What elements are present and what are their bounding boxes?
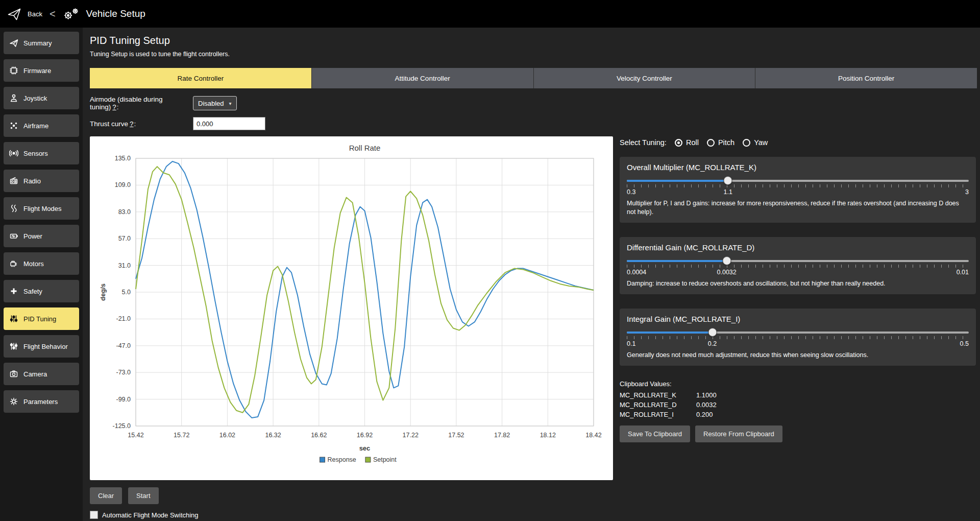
- tuning-radio-pitch[interactable]: Pitch: [707, 138, 734, 147]
- tuning-radio-roll[interactable]: Roll: [675, 138, 699, 147]
- svg-text:Setpoint: Setpoint: [373, 456, 397, 463]
- svg-text:5.0: 5.0: [122, 289, 131, 296]
- slider-track[interactable]: [627, 260, 969, 262]
- slider-tick-marks: [627, 265, 969, 268]
- airmode-dropdown-value: Disabled: [198, 100, 224, 107]
- svg-text:16.02: 16.02: [219, 432, 235, 439]
- slider-track[interactable]: [627, 180, 969, 182]
- checkbox-icon[interactable]: [90, 511, 98, 519]
- radio-icon: [9, 176, 19, 185]
- window-title: Vehicle Setup: [86, 8, 145, 19]
- gain-card-title: Overall Multiplier (MC_ROLLRATE_K): [627, 163, 969, 172]
- save-to-clipboard-button[interactable]: Save To Clipboard: [620, 425, 690, 442]
- gain-card-differential-gain: Differential Gain (MC_ROLLRATE_D) 0.0004…: [620, 237, 976, 294]
- clear-button[interactable]: Clear: [90, 487, 122, 504]
- tab-attitude-controller[interactable]: Attitude Controller: [312, 68, 534, 88]
- slider-handle[interactable]: [708, 328, 717, 337]
- sidebar-item-label: Joystick: [23, 94, 47, 102]
- sidebar-item-parameters[interactable]: Parameters: [4, 390, 79, 413]
- svg-text:15.72: 15.72: [174, 432, 189, 439]
- slider-fill: [627, 260, 727, 262]
- svg-text:57.0: 57.0: [118, 235, 131, 242]
- sidebar-item-motors[interactable]: Motors: [4, 252, 79, 275]
- gain-description: Generally does not need much adjustment,…: [627, 351, 969, 360]
- sidebar-item-summary[interactable]: Summary: [4, 32, 79, 54]
- gain-card-title: Differential Gain (MC_ROLLRATE_D): [627, 243, 969, 252]
- sidebar-item-label: PID Tuning: [23, 315, 56, 323]
- thrust-curve-label: Thrust curve: [90, 120, 128, 128]
- sidebar-item-label: Sensors: [23, 150, 48, 157]
- slider-track[interactable]: [627, 331, 969, 334]
- slider-fill: [627, 180, 728, 182]
- sidebar-item-flight-modes[interactable]: Flight Modes: [4, 197, 79, 220]
- app-logo-paper-plane-icon[interactable]: [7, 7, 21, 21]
- thrust-curve-help-link[interactable]: ?: [130, 120, 134, 128]
- checkbox-label: Automatic Flight Mode Switching: [102, 511, 199, 519]
- slider-value-label: 1.1: [724, 188, 732, 196]
- svg-text:18.12: 18.12: [540, 432, 556, 439]
- integral-gain-slider[interactable]: 0.1 0.2 0.5: [627, 331, 969, 349]
- clipboard-row: MC_ROLLRATE_D0.0032: [620, 401, 976, 409]
- sidebar-item-label: Flight Behavior: [23, 343, 68, 350]
- breadcrumb-chevron-icon: <: [50, 8, 56, 20]
- airmode-dropdown[interactable]: Disabled ▾: [193, 96, 237, 110]
- svg-text:18.42: 18.42: [585, 432, 601, 439]
- sidebar-item-firmware[interactable]: Firmware: [4, 59, 79, 82]
- chip-icon: [9, 66, 19, 75]
- sidebar-item-safety[interactable]: Safety: [4, 280, 79, 302]
- radio-icon: [707, 139, 715, 147]
- slider-max-label: 3: [965, 188, 969, 196]
- restore-from-clipboard-button[interactable]: Restore From Clipboard: [695, 425, 782, 442]
- slider-handle[interactable]: [724, 176, 732, 185]
- sidebar-item-flight-behavior[interactable]: Flight Behavior: [4, 335, 79, 358]
- slider-max-label: 0.01: [957, 269, 969, 276]
- thrust-curve-input[interactable]: [193, 117, 265, 130]
- radio-label: Yaw: [754, 138, 768, 147]
- airmode-row: Airmode (disable during tuning)?: Disabl…: [90, 96, 977, 111]
- label-colon: :: [134, 120, 136, 128]
- tab-rate-controller[interactable]: Rate Controller: [90, 68, 312, 88]
- waves-icon: [9, 204, 19, 213]
- sidebar-item-radio[interactable]: Radio: [4, 170, 79, 192]
- airmode-help-link[interactable]: ?: [112, 103, 116, 111]
- select-tuning-label: Select Tuning:: [620, 138, 667, 147]
- sidebar-item-power[interactable]: Power: [4, 225, 79, 247]
- roll-rate-chart-panel: 15.4215.7216.0216.3216.6216.9217.2217.52…: [90, 136, 613, 480]
- sidebar-item-pid-tuning[interactable]: PID Tuning: [4, 307, 79, 330]
- slider-tick-marks: [627, 336, 969, 339]
- overall-multiplier-slider[interactable]: 0.3 1.1 3: [627, 180, 969, 197]
- sidebar-item-label: Motors: [23, 260, 44, 268]
- sidebar-item-joystick[interactable]: Joystick: [4, 87, 79, 109]
- tab-label: Velocity Controller: [617, 75, 672, 82]
- gain-card-integral-gain: Integral Gain (MC_ROLLRATE_I) 0.1 0.2 0.…: [620, 309, 976, 366]
- slider-value-label: 0.2: [708, 340, 717, 347]
- tuning-radio-yaw[interactable]: Yaw: [743, 138, 768, 147]
- sidebar-item-sensors[interactable]: Sensors: [4, 142, 79, 164]
- sidebar-item-label: Camera: [23, 370, 47, 378]
- radio-icon: [675, 139, 682, 147]
- sidebar-item-label: Flight Modes: [23, 205, 61, 212]
- gear-icon: [9, 397, 19, 406]
- slider-min-label: 0.3: [627, 188, 635, 196]
- setup-sidebar: Summary Firmware Joystick Airframe Senso…: [0, 28, 83, 521]
- camera-icon: [9, 369, 19, 378]
- clipboard-row: MC_ROLLRATE_K1.1000: [620, 391, 976, 399]
- slider-value-label: 0.0032: [717, 269, 737, 276]
- svg-text:16.92: 16.92: [357, 432, 373, 439]
- tab-position-controller[interactable]: Position Controller: [755, 68, 977, 88]
- sidebar-item-airframe[interactable]: Airframe: [4, 114, 79, 137]
- svg-text:83.0: 83.0: [118, 208, 131, 216]
- svg-text:15.42: 15.42: [128, 432, 143, 439]
- joystick-icon: [9, 93, 19, 103]
- auto-flight-mode-switching-row[interactable]: Automatic Flight Mode Switching: [90, 511, 977, 519]
- airframe-dots-icon: [9, 121, 19, 130]
- tab-velocity-controller[interactable]: Velocity Controller: [534, 68, 756, 88]
- sidebar-item-camera[interactable]: Camera: [4, 363, 79, 385]
- start-button[interactable]: Start: [128, 487, 158, 504]
- slider-handle[interactable]: [722, 256, 731, 265]
- svg-text:Roll Rate: Roll Rate: [349, 144, 381, 152]
- tab-label: Rate Controller: [177, 75, 224, 82]
- svg-text:135.0: 135.0: [115, 155, 131, 162]
- back-button[interactable]: Back: [28, 10, 42, 18]
- differential-gain-slider[interactable]: 0.0004 0.0032 0.01: [627, 260, 969, 277]
